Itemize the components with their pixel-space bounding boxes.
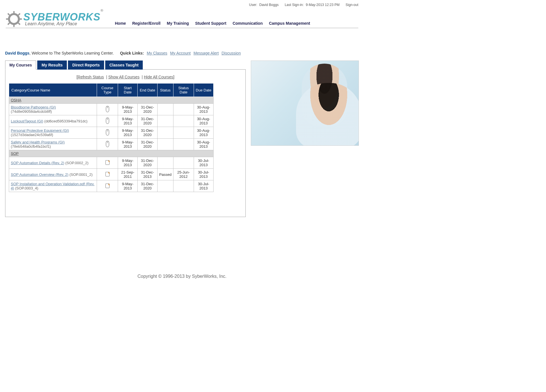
quick-links-label: Quick Links: (120, 51, 144, 55)
footer: Copyright © 1996-2013 by SyberWorks, Inc… (3, 274, 361, 279)
course-link[interactable]: Bloodborne Pathogens (GI) (11, 105, 56, 109)
svg-rect-4 (20, 18, 22, 20)
document-edit-icon (105, 185, 110, 189)
quick-link-account[interactable]: My Account (170, 51, 191, 55)
svg-rect-3 (6, 18, 8, 20)
cell-end: 31-Dec-2020 (138, 180, 157, 192)
show-all-link[interactable]: Show All Courses (108, 75, 140, 79)
user-label: User: (249, 3, 257, 7)
course-code: (SOP.0001_2) (69, 172, 92, 177)
mouse-icon (105, 109, 110, 113)
cell-status (157, 157, 173, 169)
cell-statusdate (173, 104, 194, 115)
th-name[interactable]: Category/Course Name (9, 84, 97, 97)
cell-due: 30-Aug-2013 (194, 115, 214, 127)
nav-home[interactable]: Home (115, 21, 126, 26)
course-link[interactable]: Lockout/Tagout (GI) (11, 119, 43, 123)
course-link[interactable]: SOP Automation Overview (Rev. 2) (11, 172, 69, 177)
cell-due: 30-Jul-2013 (194, 180, 214, 192)
th-start[interactable]: Start Date (118, 84, 137, 97)
cell-status (157, 104, 173, 115)
table-row: Lockout/Tagout (GI) (dd6ced5953394ba791d… (9, 115, 214, 127)
cell-end: 31-Dec-2020 (138, 115, 157, 127)
tab-my-courses[interactable]: My Courses (5, 61, 36, 70)
category-link[interactable]: OSHA (11, 98, 21, 102)
cell-end: 31-Dec-2020 (138, 104, 157, 115)
nav-training[interactable]: My Training (167, 21, 189, 26)
cell-status (157, 180, 173, 192)
cell-type (97, 115, 118, 127)
tab-classes-taught[interactable]: Classes Taught (105, 61, 143, 70)
cell-status (157, 139, 173, 150)
th-due[interactable]: Due Date (194, 84, 214, 97)
cell-type (97, 180, 118, 192)
category-link[interactable]: SOP (11, 151, 18, 156)
side-image (251, 61, 359, 146)
document-edit-icon (105, 174, 110, 178)
document-edit-icon (105, 162, 110, 166)
svg-rect-2 (13, 25, 15, 27)
course-code: (SOP.0003_4) (15, 186, 38, 190)
cell-start: 9-May-2013 (118, 139, 137, 150)
cell-type (97, 169, 118, 180)
course-code: (SOP.0002_2) (65, 161, 88, 165)
cell-end: 31-Dec-2020 (138, 139, 157, 150)
cell-statusdate: 25-Jun-2012 (173, 169, 194, 180)
tab-panel: [Refresh Status | Show All Courses | Hid… (5, 69, 246, 217)
user-name: David Boggs (259, 3, 279, 7)
welcome-row: David Boggs, Welcome to The SyberWorks L… (3, 28, 361, 61)
mouse-icon (105, 132, 110, 137)
signout-link[interactable]: Sign-out (346, 3, 358, 7)
course-link[interactable]: Safety and Health Programs (GI) (11, 140, 65, 144)
hide-all-link[interactable]: Hide All Courses (144, 75, 173, 79)
main-nav: Home Register/Enroll My Training Student… (104, 21, 358, 27)
header: SYBERWORKS® Learn Anytime, Any Place Hom… (3, 11, 361, 27)
welcome-text: , Welcome to The SyberWorks Learning Cen… (30, 51, 114, 55)
cell-due: 30-Aug-2013 (194, 104, 214, 115)
th-type[interactable]: Course Type (97, 84, 118, 97)
cell-due: 30-Jul-2013 (194, 157, 214, 169)
cell-type (97, 157, 118, 169)
quick-link-discussion[interactable]: Discussion (222, 51, 241, 55)
welcome-user[interactable]: David Boggs (5, 51, 30, 55)
cell-start: 9-May-2013 (118, 157, 137, 169)
table-row: Safety and Health Programs (GI) (78eb548… (9, 139, 214, 150)
cell-end: 31-Dec-2020 (138, 157, 157, 169)
top-user-bar: User: David Boggs Last Sign-in: 9-May-20… (3, 2, 361, 11)
svg-rect-1 (13, 11, 15, 13)
cell-start: 9-May-2013 (118, 115, 137, 127)
th-statusdate[interactable]: Status Date (173, 84, 194, 97)
table-row: SOP Automation Overview (Rev. 2) (SOP.00… (9, 169, 214, 180)
tab-bar: My Courses My Results Direct Reports Cla… (5, 61, 246, 70)
refresh-status-link[interactable]: Refresh Status (78, 75, 104, 79)
th-end[interactable]: End Date (138, 84, 157, 97)
course-link[interactable]: SOP Automation Details (Rev. 2) (11, 161, 64, 165)
nav-campus[interactable]: Campus Management (269, 21, 310, 26)
cell-end: 31-Dec-2020 (138, 127, 157, 139)
logo[interactable]: SYBERWORKS® Learn Anytime, Any Place (6, 11, 104, 27)
quick-link-classes[interactable]: My Classes (147, 51, 167, 55)
tab-my-results[interactable]: My Results (37, 61, 67, 70)
cell-start: 21-Sep-2011 (118, 169, 137, 180)
category-row[interactable]: OSHA (9, 97, 214, 104)
gear-icon (6, 11, 22, 27)
cell-start: 9-May-2013 (118, 104, 137, 115)
tabs-area: My Courses My Results Direct Reports Cla… (5, 61, 246, 217)
cell-start: 9-May-2013 (118, 180, 137, 192)
tab-direct-reports[interactable]: Direct Reports (68, 61, 104, 70)
category-row[interactable]: SOP (9, 150, 214, 157)
nav-register[interactable]: Register/Enroll (132, 21, 161, 26)
cell-due: 30-Aug-2013 (194, 127, 214, 139)
quick-link-message[interactable]: Message Alert (193, 51, 219, 55)
signin-label: Last Sign-in: (285, 3, 304, 7)
course-link[interactable]: Personal Protective Equipment (GI) (11, 128, 69, 133)
brand-name: SYBERWORKS® (23, 12, 104, 22)
course-code: (1527d3dadae24c539a6f) (11, 133, 53, 137)
courses-table: Category/Course Name Course Type Start D… (9, 83, 214, 192)
nav-support[interactable]: Student Support (195, 21, 226, 26)
nav-communication[interactable]: Communication (233, 21, 263, 26)
cell-statusdate (173, 139, 194, 150)
cell-type (97, 139, 118, 150)
cell-status: Passed (157, 169, 173, 180)
th-status[interactable]: Status (157, 84, 173, 97)
